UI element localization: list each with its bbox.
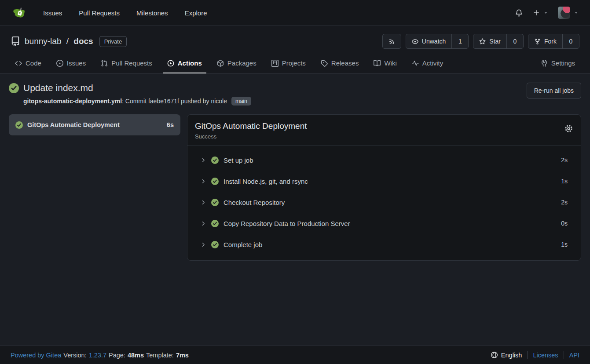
page-label: Page: [109, 352, 125, 359]
chevron-right-icon[interactable] [201, 200, 206, 205]
tab-label: Wiki [384, 59, 396, 67]
tab-packages[interactable]: Packages [213, 54, 261, 73]
tab-projects[interactable]: Projects [267, 54, 310, 73]
version-link[interactable]: 1.23.7 [89, 352, 106, 359]
workflow-file-link[interactable]: gitops-automatic-deployment.yml [23, 98, 122, 105]
tab-label: Projects [282, 59, 306, 67]
step-list: Set up job 2s Install Node.js, git, and … [187, 146, 581, 260]
page-time: 48ms [128, 352, 144, 359]
chevron-right-icon[interactable] [201, 178, 206, 184]
project-board-icon [271, 60, 279, 67]
powered-by-gitea-link[interactable]: Powered by Gitea [11, 352, 61, 359]
repo-breadcrumb: bunny-lab / docs [25, 36, 93, 46]
nav-link-pull-requests[interactable]: Pull Requests [79, 9, 120, 17]
licenses-link[interactable]: Licenses [533, 352, 558, 359]
stars-count[interactable]: 0 [506, 34, 523, 48]
tab-issues[interactable]: Issues [52, 54, 90, 73]
repo-tabs: Code Issues Pull Requests Actions Packag… [11, 54, 579, 73]
tab-wiki[interactable]: Wiki [369, 54, 401, 73]
step-row[interactable]: Checkout Repository 2s [187, 192, 581, 213]
step-name: Checkout Repository [224, 199, 285, 206]
step-duration: 0s [561, 220, 568, 227]
step-name: Install Node.js, git, and rsync [224, 178, 308, 185]
success-check-icon [9, 83, 19, 93]
nav-link-milestones[interactable]: Milestones [136, 9, 168, 17]
rss-icon [388, 38, 395, 45]
step-duration: 2s [561, 199, 568, 206]
tab-label: Releases [331, 59, 359, 67]
watchers-count[interactable]: 1 [451, 34, 468, 48]
step-row[interactable]: Install Node.js, git, and rsync 1s [187, 171, 581, 192]
step-duration: 2s [561, 157, 568, 164]
star-icon [479, 38, 486, 45]
tab-actions[interactable]: Actions [163, 54, 206, 73]
success-check-icon [211, 199, 219, 206]
tab-label: Actions [178, 59, 202, 67]
star-label: Star [489, 38, 501, 45]
success-check-icon [211, 157, 219, 164]
eye-icon [412, 38, 418, 45]
tab-activity[interactable]: Activity [407, 54, 448, 73]
step-duration: 1s [561, 241, 568, 248]
globe-icon [491, 351, 498, 359]
actions-run-page: Update index.md gitops-automatic-deploym… [0, 74, 590, 346]
repo-owner-link[interactable]: bunny-lab [25, 36, 61, 46]
chevron-right-icon[interactable] [201, 242, 206, 248]
user-avatar [558, 7, 570, 19]
star-button[interactable]: Star [473, 34, 506, 48]
job-duration: 6s [167, 121, 174, 128]
gitea-logo-icon[interactable] [11, 5, 27, 21]
nav-link-issues[interactable]: Issues [43, 9, 62, 17]
tab-label: Activity [422, 59, 443, 67]
success-check-icon [211, 178, 219, 185]
commit-info: : Commit faebe1671f pushed by nicole [122, 98, 227, 105]
top-navbar: Issues Pull Requests Milestones Explore [0, 0, 590, 26]
fork-button[interactable]: Fork [528, 34, 562, 48]
code-icon [15, 60, 22, 67]
tab-settings[interactable]: Settings [536, 54, 579, 73]
chevron-down-icon [543, 11, 548, 15]
step-row[interactable]: Complete job 1s [187, 234, 581, 255]
chevron-right-icon[interactable] [201, 157, 206, 163]
job-name: GitOps Automatic Deployment [27, 121, 120, 128]
job-list-item[interactable]: GitOps Automatic Deployment 6s [9, 114, 180, 135]
user-menu-dropdown[interactable] [558, 7, 579, 19]
plus-icon [533, 9, 540, 16]
rss-button[interactable] [382, 34, 401, 49]
create-new-dropdown[interactable] [533, 9, 548, 16]
chevron-down-icon [574, 11, 579, 15]
branch-badge[interactable]: main [231, 97, 251, 106]
tab-label: Settings [551, 59, 575, 67]
language-label: English [501, 352, 522, 359]
step-duration: 1s [561, 178, 568, 185]
play-circle-icon [167, 60, 174, 67]
chevron-right-icon[interactable] [201, 221, 206, 226]
forks-count[interactable]: 0 [562, 34, 579, 48]
run-title-row: Update index.md [9, 83, 251, 93]
repo-name-link[interactable]: docs [73, 36, 93, 46]
rerun-all-jobs-button[interactable]: Re-run all jobs [527, 83, 581, 98]
step-row[interactable]: Copy Repository Data to Production Serve… [187, 213, 581, 234]
api-link[interactable]: API [569, 352, 579, 359]
gear-icon[interactable] [564, 124, 573, 133]
tab-label: Code [26, 59, 41, 67]
nav-link-explore[interactable]: Explore [185, 9, 207, 17]
git-pull-request-icon [101, 60, 108, 67]
template-label: Template: [146, 352, 174, 359]
notifications-button[interactable] [515, 9, 523, 17]
version-label: Version: [63, 352, 86, 359]
watch-button-group: Unwatch 1 [406, 34, 469, 49]
tab-releases[interactable]: Releases [316, 54, 363, 73]
run-subtitle: gitops-automatic-deployment.yml: Commit … [23, 97, 251, 106]
language-selector[interactable]: English [491, 351, 522, 359]
job-detail-title: GitOps Automatic Deployment [195, 121, 307, 131]
step-row[interactable]: Set up job 2s [187, 149, 581, 171]
issue-opened-icon [56, 60, 63, 67]
run-title: Update index.md [23, 83, 93, 93]
unwatch-button[interactable]: Unwatch [406, 34, 451, 48]
tab-code[interactable]: Code [11, 54, 46, 73]
divider [564, 351, 564, 359]
template-time: 7ms [176, 352, 189, 359]
tab-pull-requests[interactable]: Pull Requests [96, 54, 157, 73]
step-name: Set up job [224, 157, 253, 164]
